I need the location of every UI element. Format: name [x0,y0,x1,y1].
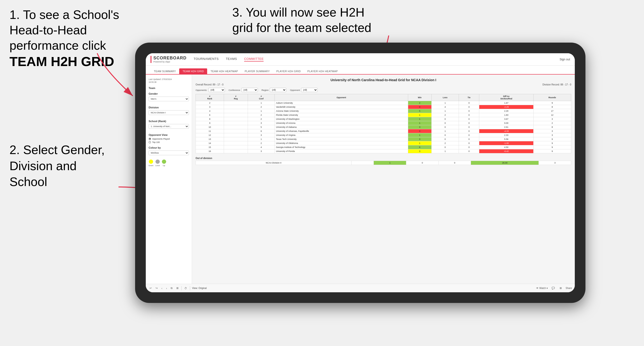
school-select[interactable]: 1. University of Nort... [148,124,189,129]
filter-conference: Conference (All) [228,88,258,92]
col-win: Win [408,94,432,101]
nav-teams[interactable]: TEAMS [226,57,237,61]
cell-win: 1 [408,117,432,121]
cell-rounds: 9 [533,145,571,149]
filter-region: Region (All) [262,88,286,92]
sub-nav-team-h2h-heatmap[interactable]: TEAM H2H HEATMAP [207,68,241,74]
radio-label-2: Top 100 [152,141,160,143]
paste-btn[interactable]: ⊞ [176,286,180,290]
col-conf: #Conf [248,94,274,101]
legend-dot-level [156,160,160,164]
cell-tie: 0 [459,145,479,149]
sub-nav-team-summary[interactable]: TEAM SUMMARY [150,68,179,74]
logo-main-text: SCOREBOARD [153,56,186,60]
cell-opponent: University of Oklahoma [275,141,408,145]
cell-rounds: 9 [533,101,571,105]
cell-rounds: 9 [533,137,571,141]
cell-tie: 0 [459,105,479,109]
cell-opponent: Arizona State University [275,109,408,113]
opponent-filter-select[interactable]: (All) [301,88,318,92]
gender-select[interactable]: Men's [148,97,189,101]
cell-win: 0 [408,105,432,109]
cell-conf: 2 [248,117,274,121]
comment-btn[interactable]: 💬 [550,286,556,290]
cell-rank: 4 [196,109,224,113]
cell-win: 1 [408,141,432,145]
cell-win: 1 [408,121,432,125]
grid-area: University of North Carolina Head-to-Hea… [192,75,575,284]
cell-tie: 0 [459,133,479,137]
legend-dot-up [162,160,166,164]
undo-btn[interactable]: ↩ [148,286,153,290]
clock-btn[interactable]: ⏱ [184,286,188,290]
cell-rank: 13 [196,137,224,141]
nav-links: TOURNAMENTS TEAMS COMMITTEE [194,57,560,61]
sign-out-link[interactable]: Sign out [560,58,570,61]
nav-tournaments[interactable]: TOURNAMENTS [194,57,219,61]
colour-by-select[interactable]: Win/loss [148,151,189,155]
cell-diff: 2.29 [479,109,533,113]
cell-loss: 0 [432,133,459,137]
radio-opponents-played[interactable]: Opponents Played [148,138,189,140]
legend-level: Level [155,160,160,167]
cell-win: 3 [408,125,432,129]
conference-filter-select[interactable]: (All) [241,88,258,92]
redo-btn[interactable]: ↪ [154,286,158,290]
region-filter-select[interactable]: (All) [270,88,286,92]
share-btn[interactable]: Share [566,287,572,289]
grid-records: Overall Record: 89 - 17 - 0 Division Rec… [196,83,571,86]
ood-division-name: NCAA Division II [196,161,352,165]
ood-blank [352,161,374,165]
sub-nav-team-h2h-grid[interactable]: TEAM H2H GRID [179,68,207,74]
cell-tie: 0 [459,137,479,141]
cell-tie: 0 [459,101,479,105]
cell-reg [224,121,248,125]
cell-loss: 1 [432,129,459,133]
watch-btn[interactable]: 👁 Watch ▾ [536,287,548,289]
cell-win: 3 [408,137,432,141]
cell-reg [224,109,248,113]
division-record: Division Record: 88 - 17 - 0 [542,83,571,86]
copy-btn[interactable]: ⧉ [170,286,174,290]
cell-rank: 8 [196,117,224,121]
table-row: 14 2 University of Oklahoma 1 2 0 -1.00 … [196,141,571,145]
radio-top100[interactable]: Top 100 [148,141,189,143]
cell-opponent: Florida State University [275,113,408,117]
nav-fwd-btn[interactable]: › [165,286,168,290]
cell-rounds: 3 [533,117,571,121]
cell-diff: 1.83 [479,113,533,117]
cell-win: 3 [408,149,432,153]
cell-loss: 0 [432,137,459,141]
cell-reg [224,117,248,121]
ood-win: 1 [374,161,406,165]
table-row: 9 3 University of Arizona 1 0 0 9.00 2 [196,121,571,125]
cell-loss: 0 [432,121,459,125]
logo-sub-text: Powered by clippi [153,61,186,63]
left-panel: Last Updated: 27/03/2024 16:55:38 Team G… [146,75,192,284]
col-diff: Diff AvStrokes/Rnd [479,94,533,101]
cell-rank: 11 [196,129,224,133]
cell-loss: 1 [432,109,459,113]
opponents-select[interactable]: (All) [208,88,225,92]
nav-committee[interactable]: COMMITTEE [244,57,264,61]
nav-back-btn[interactable]: ‹ [160,286,163,290]
division-select[interactable]: NCAA Division I [148,110,189,115]
division-label: Division [148,106,189,109]
sub-nav-player-h2h-grid[interactable]: PLAYER H2H GRID [273,68,304,74]
cell-loss: 0 [432,117,459,121]
sub-nav-player-h2h-heatmap[interactable]: PLAYER H2H HEATMAP [304,68,341,74]
cell-conf: 6 [248,129,274,133]
col-tie: Tie [459,94,479,101]
cell-loss: 4 [432,105,459,109]
cell-loss: 1 [432,101,459,105]
col-rounds: Rounds [533,94,571,101]
view-label: View: Original [192,287,207,289]
table-row: 12 3 University of Virginia 1 0 0 2.33 3 [196,133,571,137]
cell-loss: 2 [432,113,459,117]
cell-win: 6 [408,145,432,149]
layout-btn[interactable]: ⊞ [559,286,563,290]
sub-nav-player-summary[interactable]: PLAYER SUMMARY [241,68,273,74]
cell-diff: -2.29 [479,105,533,109]
cell-win: 0 [408,129,432,133]
gender-label: Gender [148,92,189,95]
